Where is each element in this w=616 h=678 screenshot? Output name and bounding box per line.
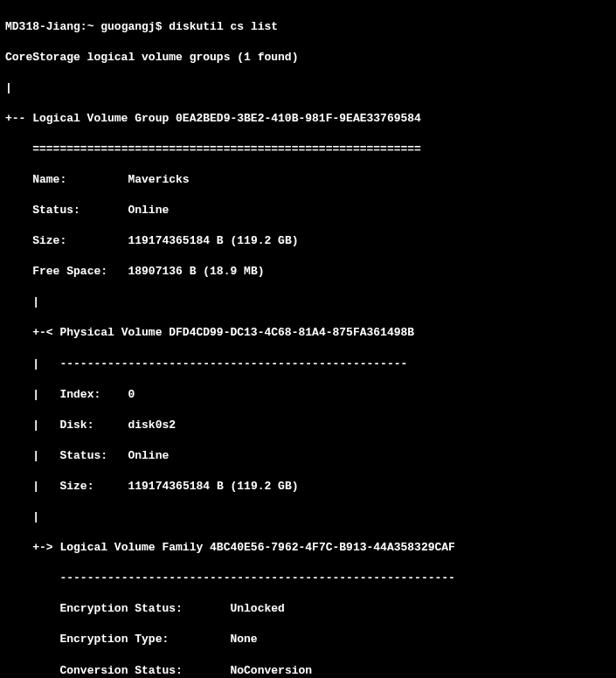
pv-uuid: DFD4CD99-DC13-4C68-81A4-875FA361498B <box>169 326 414 339</box>
pv-divider: | --------------------------------------… <box>5 356 611 372</box>
lvg-name-row: Name: Mavericks <box>5 172 611 188</box>
lvf-enctype-row: Encryption Type: None <box>5 632 611 647</box>
lvg-status: Online <box>128 204 169 217</box>
lvg-name: Mavericks <box>128 173 189 186</box>
tree-pipe: | <box>5 509 611 525</box>
size-label: Size: <box>59 480 93 493</box>
lvf-divider: ----------------------------------------… <box>5 571 611 586</box>
status-label: Status: <box>59 449 107 462</box>
convstatus-label: Conversion Status: <box>59 664 182 677</box>
lvg-status-row: Status: Online <box>5 203 611 218</box>
pv-status: Online <box>128 449 169 462</box>
lvf-encstatus: Unlocked <box>230 602 284 615</box>
lvg-size: 119174365184 B (119.2 GB) <box>128 234 298 247</box>
lvg-freespace-row: Free Space: 18907136 B (18.9 MB) <box>5 264 611 280</box>
prompt-path: ~ <box>87 20 94 33</box>
name-label: Name: <box>32 173 66 186</box>
size-label: Size: <box>32 234 66 247</box>
lvg-uuid: 0EA2BED9-3BE2-410B-981F-9EAE33769584 <box>176 112 421 125</box>
index-label: Index: <box>59 388 100 401</box>
pv-header: +-< Physical Volume DFD4CD99-DC13-4C68-8… <box>5 325 611 341</box>
tree-pipe: | <box>5 294 611 310</box>
pv-disk-row: | Disk: disk0s2 <box>5 418 611 433</box>
lvg-header: +-- Logical Volume Group 0EA2BED9-3BE2-4… <box>5 111 611 127</box>
pv-size: 119174365184 B (119.2 GB) <box>128 480 298 493</box>
pv-status-row: | Status: Online <box>5 448 611 464</box>
lvf-convstatus: NoConversion <box>230 664 312 677</box>
prompt-line[interactable]: MD318-Jiang:~ guogangj$ diskutil cs list <box>5 19 611 35</box>
header-line: CoreStorage logical volume groups (1 fou… <box>5 50 611 66</box>
freespace-label: Free Space: <box>32 265 107 278</box>
disk-label: Disk: <box>59 419 93 432</box>
pv-index-row: | Index: 0 <box>5 387 611 403</box>
lvf-uuid: 4BC40E56-7962-4F7C-B913-44A358329CAF <box>210 541 455 554</box>
prompt-user: guogangj <box>100 20 155 33</box>
lvg-freespace: 18907136 B (18.9 MB) <box>128 265 264 278</box>
lvg-size-row: Size: 119174365184 B (119.2 GB) <box>5 233 611 249</box>
lvg-divider: ========================================… <box>5 142 611 157</box>
lvf-header: +-> Logical Volume Family 4BC40E56-7962-… <box>5 540 611 556</box>
status-label: Status: <box>32 204 80 217</box>
pv-index: 0 <box>128 388 135 401</box>
tree-pipe: | <box>5 80 611 96</box>
lvf-enctype: None <box>230 633 257 646</box>
terminal-output: MD318-Jiang:~ guogangj$ diskutil cs list… <box>0 0 616 678</box>
encstatus-label: Encryption Status: <box>59 602 182 615</box>
lvf-encstatus-row: Encryption Status: Unlocked <box>5 601 611 617</box>
pv-size-row: | Size: 119174365184 B (119.2 GB) <box>5 479 611 495</box>
enctype-label: Encryption Type: <box>59 633 169 646</box>
lvf-convstatus-row: Conversion Status: NoConversion <box>5 663 611 678</box>
command-text: diskutil cs list <box>169 20 278 33</box>
prompt-host: MD318-Jiang <box>5 20 80 33</box>
pv-disk: disk0s2 <box>128 419 176 432</box>
